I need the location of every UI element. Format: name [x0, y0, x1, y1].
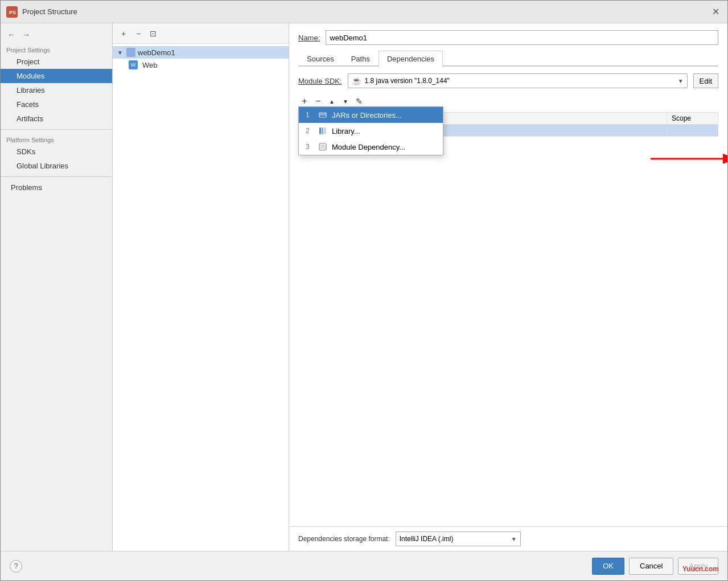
- tabs-bar: Sources Paths Dependencies: [298, 51, 718, 67]
- deps-add-button[interactable]: +: [298, 95, 311, 108]
- table-cell-scope: [667, 125, 718, 137]
- dropdown-item-jars[interactable]: 1 JARs or Directories...: [299, 107, 443, 123]
- deps-move-up-button[interactable]: ▲: [326, 95, 338, 108]
- tree-item-webdemo1[interactable]: ▼ webDemo1: [113, 46, 289, 59]
- tree-arrow-icon: ▼: [117, 50, 124, 56]
- forward-button[interactable]: →: [20, 28, 32, 41]
- svg-text:PS: PS: [9, 10, 16, 15]
- bottom-right: OK Cancel Apply: [592, 558, 718, 575]
- sidebar-item-modules[interactable]: Modules: [1, 69, 112, 83]
- bottom-left: ?: [10, 560, 22, 572]
- sidebar-divider-2: [1, 176, 112, 177]
- jars-icon: [318, 110, 327, 120]
- deps-remove-button[interactable]: −: [312, 95, 324, 108]
- apply-button[interactable]: Apply: [678, 558, 718, 575]
- dropdown-menu: 1 JARs or Directories... 2 Library...: [298, 106, 443, 155]
- help-button[interactable]: ?: [10, 560, 22, 572]
- bottom-bar: ? OK Cancel Apply: [1, 551, 727, 580]
- name-label: Name:: [298, 34, 320, 42]
- sidebar-nav: ← →: [1, 26, 112, 43]
- sidebar-item-global-libraries[interactable]: Global Libraries: [1, 159, 112, 173]
- detail-header: Name:: [289, 23, 727, 51]
- tab-paths[interactable]: Paths: [343, 51, 379, 67]
- back-button[interactable]: ←: [5, 28, 18, 41]
- titlebar-left: PS Project Structure: [6, 6, 77, 18]
- sdk-dropdown-arrow-icon: ▼: [678, 78, 684, 84]
- project-settings-label: Project Settings: [1, 43, 112, 55]
- sidebar-item-facets[interactable]: Facets: [1, 97, 112, 112]
- table-header-scope: Scope: [667, 113, 718, 125]
- project-structure-window: PS Project Structure ✕ ← → Project Setti…: [0, 0, 728, 581]
- library-icon: [318, 126, 327, 135]
- footer-label: Dependencies storage format:: [298, 535, 390, 543]
- tree-item-web[interactable]: W Web: [113, 59, 289, 71]
- sidebar-divider: [1, 129, 112, 130]
- detail-footer: Dependencies storage format: IntelliJ ID…: [289, 526, 727, 551]
- sdk-icon: ☕: [352, 76, 361, 85]
- sidebar: ← → Project Settings Project Modules Lib…: [1, 23, 113, 551]
- sdk-select[interactable]: ☕ 1.8 java version "1.8.0_144" ▼: [348, 73, 688, 88]
- dropdown-item-module-dependency[interactable]: 3 Module Dependency...: [299, 139, 443, 155]
- tree-content: ▼ webDemo1 W Web: [113, 44, 289, 551]
- deps-toolbar: + − ▲ ▼ ✎: [298, 95, 718, 108]
- sidebar-item-sdks[interactable]: SDKs: [1, 145, 112, 159]
- svg-rect-5: [319, 127, 321, 134]
- titlebar: PS Project Structure ✕: [1, 1, 727, 23]
- main-content: ← → Project Settings Project Modules Lib…: [1, 23, 727, 551]
- cancel-button[interactable]: Cancel: [629, 558, 673, 575]
- svg-rect-9: [320, 145, 325, 149]
- tree-toolbar: + − ⊡: [113, 23, 289, 44]
- footer-dropdown-arrow-icon: ▼: [511, 536, 517, 542]
- module-icon: [318, 142, 327, 151]
- sdk-row: Module SDK: ☕ 1.8 java version "1.8.0_14…: [298, 73, 718, 88]
- tree-copy-button[interactable]: ⊡: [147, 27, 159, 40]
- deps-move-down-button[interactable]: ▼: [339, 95, 352, 108]
- tree-root-label: webDemo1: [138, 48, 175, 57]
- web-icon: W: [129, 60, 138, 69]
- svg-rect-6: [322, 127, 323, 134]
- footer-select[interactable]: IntelliJ IDEA (.iml) ▼: [396, 531, 521, 546]
- dropdown-item-library[interactable]: 2 Library...: [299, 123, 443, 139]
- sidebar-item-problems[interactable]: Problems: [1, 180, 112, 195]
- folder-icon: [126, 48, 135, 57]
- app-icon: PS: [6, 6, 18, 18]
- edit-sdk-button[interactable]: Edit: [693, 73, 718, 88]
- svg-rect-7: [324, 127, 326, 134]
- sidebar-item-libraries[interactable]: Libraries: [1, 83, 112, 97]
- platform-settings-label: Platform Settings: [1, 133, 112, 145]
- tree-panel: + − ⊡ ▼ webDemo1 W Web: [113, 23, 289, 551]
- tree-child-label: Web: [142, 61, 158, 69]
- sdk-label: Module SDK:: [298, 77, 342, 85]
- deps-edit-button[interactable]: ✎: [353, 95, 365, 108]
- ok-button[interactable]: OK: [592, 558, 624, 575]
- name-row: Name:: [298, 30, 718, 45]
- detail-panel: Name: Sources Paths Dependencies Module …: [289, 23, 727, 551]
- tab-sources[interactable]: Sources: [298, 51, 343, 67]
- detail-body: Module SDK: ☕ 1.8 java version "1.8.0_14…: [289, 67, 727, 526]
- red-arrow-annotation: [648, 147, 727, 174]
- tree-remove-button[interactable]: −: [132, 27, 145, 40]
- tree-add-button[interactable]: +: [117, 27, 130, 40]
- close-button[interactable]: ✕: [709, 6, 722, 18]
- name-input[interactable]: [326, 30, 718, 45]
- sidebar-item-project[interactable]: Project: [1, 55, 112, 69]
- window-title: Project Structure: [22, 7, 77, 16]
- sdk-select-text: ☕ 1.8 java version "1.8.0_144": [352, 76, 450, 85]
- deps-table-container: Name (double-click or F2 to edit) Scope …: [298, 112, 718, 137]
- tab-dependencies[interactable]: Dependencies: [379, 51, 443, 67]
- sidebar-item-artifacts[interactable]: Artifacts: [1, 112, 112, 126]
